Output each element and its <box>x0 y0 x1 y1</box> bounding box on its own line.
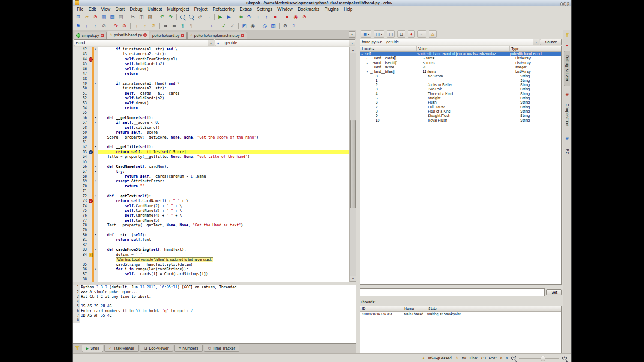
shell-line[interactable]: 72D AS AH 5S 4C <box>73 313 356 318</box>
close-file-icon[interactable]: ⊘ <box>91 13 99 21</box>
code-text[interactable]: return <box>98 106 349 110</box>
step-into-icon[interactable]: ↓ <box>254 13 262 21</box>
fold-arrow-icon[interactable]: ▾ <box>95 233 96 237</box>
tab-simplemachine[interactable]: ⚠pokerlib/simplemachine.py✕ <box>187 32 247 39</box>
line-number[interactable]: 45 <box>73 62 88 66</box>
code-text[interactable]: def __getText(self): <box>98 194 349 199</box>
warning-clear-icon[interactable]: ⊘ <box>149 22 158 30</box>
locals-row[interactable]: 5StraightString <box>360 96 561 100</box>
indent-icon[interactable]: ⇒ <box>161 22 170 30</box>
code-text[interactable]: self.CardName(2) + " " + \ <box>98 204 349 208</box>
code-text[interactable] <box>98 189 349 193</box>
line-number[interactable]: 62 <box>73 145 88 149</box>
locals-row[interactable]: 9Straight FlushString <box>360 113 561 118</box>
zoom-out-icon[interactable]: − <box>511 356 516 360</box>
menu-bookmarks[interactable]: Bookmarks <box>295 6 322 12</box>
step-over-icon[interactable]: ↷ <box>245 13 253 21</box>
breakpoint-red-icon[interactable]: ● <box>566 43 568 47</box>
class-combo[interactable]: Hand ▾ <box>74 39 214 46</box>
undo-icon[interactable]: ↶ <box>158 13 166 21</box>
step-out-icon[interactable]: ↑ <box>262 13 271 21</box>
shell-line[interactable]: 53S AS 7S 2H 4S <box>73 304 356 309</box>
bookmark-next-icon[interactable]: ↓ <box>83 22 91 30</box>
line-number[interactable]: 50 <box>73 86 88 91</box>
marker-margin[interactable]: ! <box>88 252 93 257</box>
shell-line[interactable]: 6Enter card numbers (1 to 5) to hold, 'q… <box>73 309 356 313</box>
code-text[interactable]: def __getScore(self): <box>98 116 349 120</box>
open-file-icon[interactable]: ▱ <box>83 13 91 21</box>
coverage-icon[interactable]: ▧ <box>269 22 277 30</box>
shell-text[interactable]: >>> A simple poker game... <box>80 290 356 294</box>
uncomment-icon[interactable]: ¶ <box>187 22 195 30</box>
preferences-icon[interactable]: ⚙ <box>281 22 289 30</box>
line-number[interactable]: 69 <box>73 179 88 184</box>
code-text[interactable]: try: <box>98 169 349 174</box>
split-vertical-icon[interactable]: ◫ <box>387 30 395 38</box>
menu-refactoring[interactable]: Refactoring <box>210 6 237 12</box>
locals-row[interactable]: 6FlushString <box>360 100 561 104</box>
menu-file[interactable]: File <box>74 6 86 12</box>
locals-row[interactable]: 0No ScoreString <box>360 74 561 78</box>
line-number[interactable]: 51 <box>73 91 88 96</box>
code-text[interactable]: delims = ' ' <box>98 252 349 257</box>
code-text[interactable]: def cardsFromString(self, handText): <box>98 247 349 252</box>
line-number[interactable]: 59 <box>73 130 88 135</box>
line-number[interactable]: 87 <box>73 272 88 276</box>
fold-arrow-icon[interactable]: ▾ <box>95 120 96 125</box>
code-text[interactable]: self.__cards = a1.__cards <box>98 91 349 96</box>
clear-syntax-error-icon[interactable]: ⊘ <box>120 22 128 30</box>
line-number[interactable]: 48 <box>73 77 88 81</box>
line-number[interactable]: 77 <box>73 218 88 223</box>
locals-row[interactable]: 2Jacks or BetterString <box>360 83 561 87</box>
redo-icon[interactable]: ↷ <box>167 13 175 21</box>
run-script-icon[interactable]: ▶ <box>216 13 224 21</box>
tab-debug-viewer[interactable]: Debug-Viewer <box>564 51 570 86</box>
code-text[interactable]: self.CardName(5) <box>98 218 349 223</box>
bookmark-toggle-icon[interactable]: ⚑ <box>74 22 82 30</box>
search-next-icon[interactable] <box>187 13 195 21</box>
locals-row[interactable]: 3Two PairString <box>360 87 561 91</box>
code-text[interactable]: if isinstance(a1, Hand) and \ <box>98 81 349 86</box>
code-text[interactable]: def __str__(self): <box>98 233 349 237</box>
menu-multiproject[interactable]: Multiproject <box>164 6 191 12</box>
menu-debug[interactable]: Debug <box>127 6 145 12</box>
code-text[interactable]: return self.__cards[cardNum - 1].Name <box>98 174 349 179</box>
titlebar[interactable]: Simpok - /home/detlev/Development/Python… <box>73 0 571 6</box>
fold-arrow-icon[interactable]: ▾ <box>95 145 96 149</box>
unindent-icon[interactable]: ⇐ <box>170 22 178 30</box>
exceptions-icon[interactable]: ⚠ <box>429 30 437 38</box>
column-header-locals[interactable]: Locals▴ <box>360 46 417 51</box>
locals-row[interactable]: _Hand__score-1Integer <box>360 65 561 69</box>
line-number[interactable]: 43 <box>73 52 88 56</box>
shell-line[interactable]: 2>>> A simple poker game... <box>73 290 356 294</box>
goto-syntax-error-icon[interactable]: ↷ <box>112 22 120 30</box>
code-text[interactable] <box>98 160 349 164</box>
view-manager-icon[interactable]: ◫▾ <box>374 30 384 38</box>
continue-icon[interactable]: ≫ <box>237 13 245 21</box>
menu-plugins[interactable]: Plugins <box>322 6 341 12</box>
line-number[interactable]: 53 <box>73 101 88 106</box>
new-file-icon[interactable]: ⊞ <box>74 13 82 21</box>
method-combo[interactable]: ◆ __getTitle ▾ <box>215 39 355 46</box>
breakpoint-toggle-icon[interactable]: ● <box>283 13 291 21</box>
line-number[interactable]: 76 <box>73 213 88 218</box>
line-number[interactable]: 83 <box>73 247 88 252</box>
line-number[interactable]: 84 <box>73 252 88 257</box>
menu-help[interactable]: Help <box>341 6 355 12</box>
line-number[interactable]: 80 <box>73 233 88 237</box>
bookmark-prev-icon[interactable]: ↑ <box>91 22 99 30</box>
fold-arrow-icon[interactable]: ▾ <box>95 179 96 183</box>
help-icon[interactable]: ? <box>290 22 298 30</box>
code-text[interactable]: self.CardName(3) + " " + \ <box>98 208 349 213</box>
print-icon[interactable]: ▤ <box>117 13 125 21</box>
shell-text[interactable] <box>80 318 356 323</box>
locals-row[interactable]: 8Four of a KindString <box>360 109 561 113</box>
column-header-value[interactable]: Value <box>417 46 510 51</box>
code-text[interactable]: Title = property(__getTitle, None, None,… <box>98 154 349 159</box>
replace-icon[interactable]: ⇄ <box>196 13 204 21</box>
slider-thumb[interactable] <box>541 356 545 361</box>
editor-scrollbar[interactable]: ▲ ▼ <box>349 47 356 282</box>
code-text[interactable]: except AttributeError: <box>98 179 349 184</box>
code-text[interactable] <box>98 110 349 115</box>
tab-time-tracker[interactable]: ◷Time Tracker <box>204 345 239 352</box>
